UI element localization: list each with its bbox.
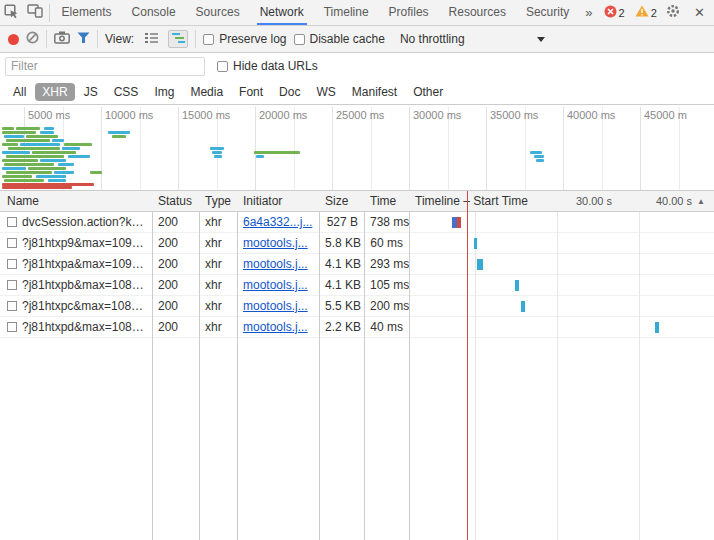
view-list-button[interactable] [141,30,161,48]
preserve-log-checkbox[interactable] [203,34,214,45]
type-filter-ws[interactable]: WS [309,83,342,101]
filter-row: Hide data URLs [0,53,714,79]
table-row[interactable]: ?j81htxpd&max=1088... 200 xhr mootools.j… [0,317,714,338]
table-row[interactable]: ?j81htxpc&max=1088... 200 xhr mootools.j… [0,296,714,317]
name-cell: dvcSession.action?k=... [0,212,152,232]
column-divider[interactable] [199,191,200,540]
tab-network[interactable]: Network [250,0,314,25]
type-filter-font[interactable]: Font [232,83,270,101]
name-cell: ?j81htxpc&max=1088... [0,296,152,316]
waterfall-view-icon [171,32,186,47]
close-devtools-button[interactable]: ✕ [685,5,714,20]
type-filter-css[interactable]: CSS [107,83,146,101]
overview-request-bar [48,179,66,182]
type-filter-img[interactable]: Img [147,83,181,101]
overview-waterfall [0,105,714,190]
more-tabs-button[interactable]: » [579,5,598,20]
column-header-time[interactable]: Time [364,191,409,211]
view-waterfall-button[interactable] [168,30,188,48]
error-badge[interactable]: 2 [599,5,630,21]
overview-request-bar [8,147,60,150]
tab-security[interactable]: Security [516,0,579,25]
column-header-type[interactable]: Type [199,191,237,211]
clear-button[interactable] [26,31,39,47]
overview-request-bar [68,155,90,158]
column-divider[interactable] [319,191,320,540]
column-divider[interactable] [237,191,238,540]
table-row[interactable]: ?j81htxp9&max=1094... 200 xhr mootools.j… [0,233,714,254]
initiator-link[interactable]: 6a4a332...j... [243,215,312,229]
status-cell: 200 [152,212,199,232]
column-divider[interactable] [152,191,153,540]
preserve-log-label: Preserve log [219,32,286,46]
initiator-cell: mootools.j... [237,317,319,337]
screenshot-button[interactable] [54,31,70,47]
sort-arrow-icon[interactable]: ▲ [697,197,705,206]
status-cell: 200 [152,296,199,316]
hide-data-urls-checkbox[interactable] [217,61,228,72]
warning-count: 2 [651,7,657,19]
tab-resources[interactable]: Resources [439,0,516,25]
column-header-size[interactable]: Size [319,191,364,211]
table-row[interactable]: dvcSession.action?k=... 200 xhr 6a4a332.… [0,212,714,233]
initiator-link[interactable]: mootools.j... [243,236,308,250]
tab-sources[interactable]: Sources [186,0,250,25]
type-filter-doc[interactable]: Doc [272,83,307,101]
table-row[interactable]: ?j81htxpa&max=1092... 200 xhr mootools.j… [0,254,714,275]
time-cell: 105 ms [364,275,409,295]
device-toolbar-button[interactable] [23,0,46,25]
disable-cache-checkbox[interactable] [294,34,305,45]
filter-toggle-button[interactable] [77,32,90,47]
overview-request-bar [2,131,36,134]
warning-badge[interactable]: 2 [630,5,662,20]
overview-request-bar [16,127,40,130]
tab-profiles[interactable]: Profiles [379,0,439,25]
type-filter-xhr[interactable]: XHR [35,83,74,101]
tab-label: Security [526,5,569,19]
tab-elements[interactable]: Elements [52,0,122,25]
inspect-element-button[interactable] [0,0,23,25]
funnel-icon [77,32,90,47]
name-cell: ?j81htxpb&max=1089... [0,275,152,295]
filter-input[interactable] [5,57,205,76]
tab-console[interactable]: Console [122,0,186,25]
column-header-name[interactable]: Name [0,191,152,211]
disable-cache-option: Disable cache [294,32,385,46]
tabbar-separator [49,4,50,22]
throttling-select[interactable]: No throttling [400,32,545,46]
type-filter-js[interactable]: JS [77,83,105,101]
column-divider[interactable] [409,191,410,540]
row-checkbox[interactable] [7,217,17,227]
preserve-log-option: Preserve log [203,32,286,46]
initiator-link[interactable]: mootools.j... [243,320,308,334]
type-filter-all[interactable]: All [6,83,33,101]
tab-timeline[interactable]: Timeline [314,0,379,25]
row-checkbox[interactable] [7,301,17,311]
tab-label: Resources [449,5,506,19]
type-filter-manifest[interactable]: Manifest [345,83,404,101]
initiator-link[interactable]: mootools.j... [243,299,308,313]
settings-button[interactable] [662,0,685,25]
initiator-link[interactable]: mootools.j... [243,257,308,271]
overview-request-bar [54,171,74,174]
type-filter-media[interactable]: Media [183,83,230,101]
overview-request-bar [64,143,92,146]
row-checkbox[interactable] [7,259,17,269]
table-row[interactable]: ?j81htxpb&max=1089... 200 xhr mootools.j… [0,275,714,296]
column-header-initiator[interactable]: Initiator [237,191,319,211]
column-header-status[interactable]: Status [152,191,199,211]
timeline-gridline [475,191,476,540]
initiator-link[interactable]: mootools.j... [243,278,308,292]
record-button[interactable] [8,34,19,45]
initiator-cell: mootools.j... [237,275,319,295]
row-checkbox[interactable] [7,280,17,290]
time-cell: 200 ms [364,296,409,316]
disable-cache-label: Disable cache [310,32,385,46]
row-checkbox[interactable] [7,322,17,332]
column-divider[interactable] [364,191,365,540]
type-filter-other[interactable]: Other [406,83,450,101]
type-cell: xhr [199,275,237,295]
row-checkbox[interactable] [7,238,17,248]
network-overview[interactable]: 5000 ms10000 ms15000 ms20000 ms25000 ms3… [0,105,714,191]
overview-request-bar [2,167,26,170]
